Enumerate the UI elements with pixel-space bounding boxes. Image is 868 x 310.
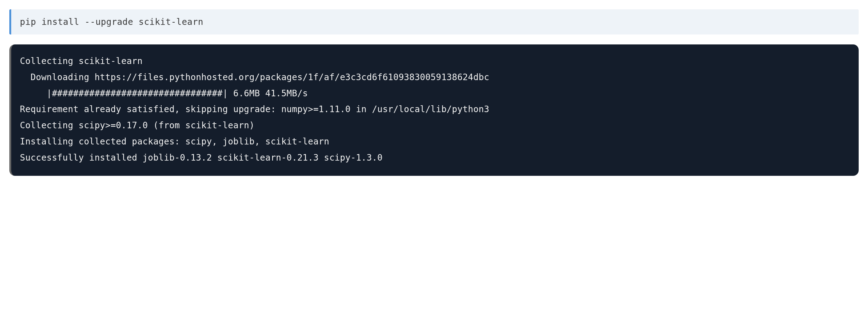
code-input-cell[interactable]: pip install --upgrade scikit-learn [9,9,859,34]
code-output-cell: Collecting scikit-learn Downloading http… [9,44,859,176]
code-input-text: pip install --upgrade scikit-learn [20,17,203,27]
code-output-text: Collecting scikit-learn Downloading http… [20,53,850,166]
